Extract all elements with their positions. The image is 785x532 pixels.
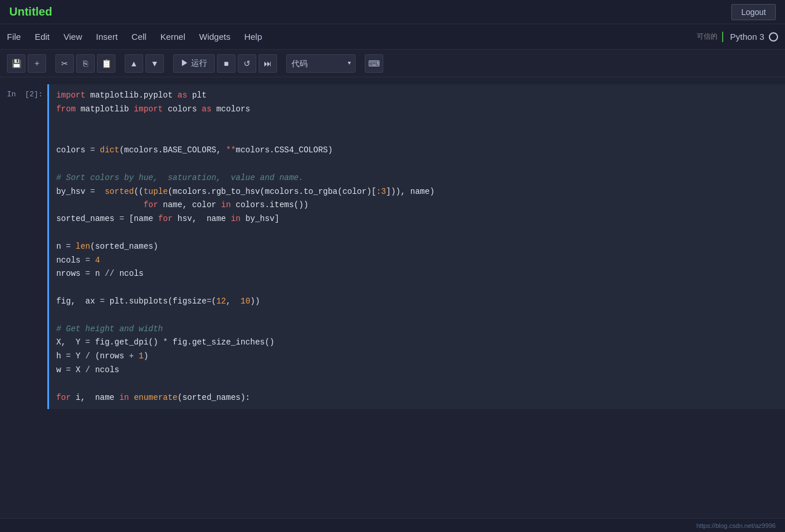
code-line-7: # Sort colors by hue, saturation, value … — [56, 171, 778, 185]
menu-help[interactable]: Help — [244, 32, 262, 42]
code-line-14: nrows = n // ncols — [56, 267, 778, 281]
toolbar: 💾 ＋ ✂ ⎘ 📋 ▲ ▼ ▶ 运行 ■ ↺ ⏭ 代码 Markdown Raw… — [0, 50, 785, 77]
divider — [722, 32, 723, 42]
code-line-15 — [56, 281, 778, 295]
url-text: https://blog.csdn.net/az9996 — [696, 522, 776, 529]
copy-button[interactable]: ⎘ — [76, 54, 95, 73]
code-line-9: for name, color in colors.items()) — [56, 198, 778, 212]
code-line-1: import matplotlib.pyplot as plt — [56, 89, 778, 103]
code-line-8: by_hsv = sorted((tuple(mcolors.rgb_to_hs… — [56, 185, 778, 199]
code-line-22 — [56, 377, 778, 391]
menu-insert[interactable]: Insert — [96, 32, 118, 42]
code-line-19: X, Y = fig.get_dpi() * fig.get_size_inch… — [56, 336, 778, 350]
add-cell-button[interactable]: ＋ — [28, 54, 46, 73]
logout-button[interactable]: Logout — [731, 4, 776, 20]
code-line-18: # Get height and width — [56, 323, 778, 336]
move-up-button[interactable]: ▲ — [125, 54, 143, 73]
code-line-21: w = X / ncols — [56, 364, 778, 377]
move-down-button[interactable]: ▼ — [145, 54, 164, 73]
paste-button[interactable]: 📋 — [97, 54, 115, 73]
code-line-13: ncols = 4 — [56, 254, 778, 268]
trusted-label: 可信的 — [697, 32, 717, 42]
menu-file[interactable]: File — [7, 32, 21, 42]
code-line-6 — [56, 158, 778, 171]
menu-view[interactable]: View — [63, 32, 82, 42]
kernel-status-circle — [769, 32, 778, 42]
notebook: In [2]: import matplotlib.pyplot as plt … — [0, 77, 785, 416]
cell-type-wrapper: 代码 Markdown Raw NBConvert — [286, 54, 356, 73]
notebook-title[interactable]: Untitled — [9, 5, 52, 18]
code-line-4 — [56, 130, 778, 144]
kernel-info: 可信的 Python 3 — [697, 32, 778, 42]
code-line-11 — [56, 226, 778, 240]
cut-button[interactable]: ✂ — [55, 54, 74, 73]
code-line-20: h = Y / (nrows + 1) — [56, 350, 778, 364]
run-button[interactable]: ▶ 运行 — [173, 54, 215, 73]
kernel-name-label: Python 3 — [730, 32, 764, 42]
keyboard-shortcuts-button[interactable]: ⌨ — [365, 54, 383, 73]
menu-bar: File Edit View Insert Cell Kernel Widget… — [0, 24, 785, 50]
code-line-5: colors = dict(mcolors.BASE_COLORS, **mco… — [56, 144, 778, 158]
code-cell-1[interactable]: In [2]: import matplotlib.pyplot as plt … — [0, 84, 785, 409]
restart-button[interactable]: ↺ — [238, 54, 256, 73]
code-line-17 — [56, 309, 778, 323]
cell-type-select[interactable]: 代码 Markdown Raw NBConvert — [286, 54, 356, 73]
code-line-16: fig, ax = plt.subplots(figsize=(12, 10)) — [56, 295, 778, 309]
code-line-3 — [56, 117, 778, 130]
restart-run-button[interactable]: ⏭ — [259, 54, 277, 73]
menu-edit[interactable]: Edit — [35, 32, 50, 42]
title-bar: Untitled Logout — [0, 0, 785, 24]
code-line-10: sorted_names = [name for hsv, name in by… — [56, 212, 778, 226]
cell-prompt: In [2]: — [0, 84, 47, 103]
menu-kernel[interactable]: Kernel — [160, 32, 185, 42]
menu-widgets[interactable]: Widgets — [199, 32, 230, 42]
code-line-2: from matplotlib import colors as mcolors — [56, 103, 778, 117]
stop-button[interactable]: ■ — [217, 54, 235, 73]
code-line-12: n = len(sorted_names) — [56, 240, 778, 254]
save-button[interactable]: 💾 — [7, 54, 25, 73]
bottom-bar: https://blog.csdn.net/az9996 — [0, 518, 785, 532]
menu-cell[interactable]: Cell — [132, 32, 147, 42]
menu-items: File Edit View Insert Cell Kernel Widget… — [7, 32, 262, 42]
code-line-23: for i, name in enumerate(sorted_names): — [56, 391, 778, 405]
cell-code-content[interactable]: import matplotlib.pyplot as plt from mat… — [47, 84, 785, 409]
